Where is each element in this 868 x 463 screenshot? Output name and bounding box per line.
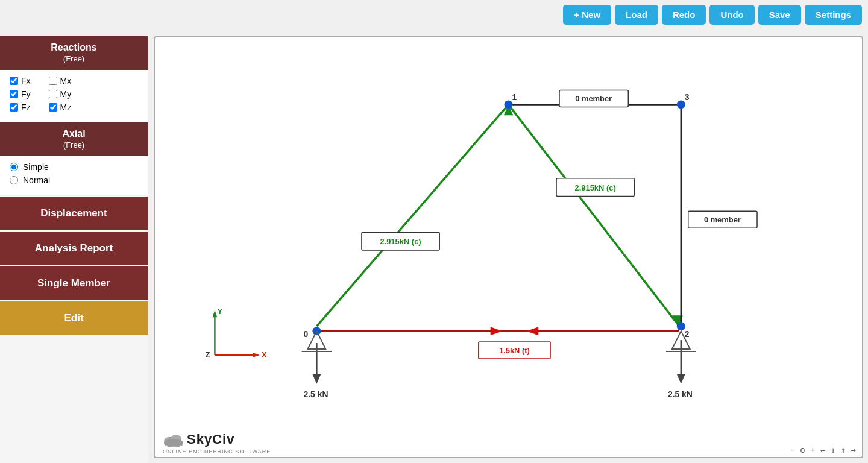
reactions-title: Reactions: [51, 42, 96, 52]
radio-simple[interactable]: [10, 163, 18, 171]
axial-header: Axial (Free): [0, 122, 148, 156]
truss-diagram: Y X Z 0 1: [155, 37, 862, 457]
force-label-12: 2.915kN (c): [575, 183, 616, 192]
label-node-3: 3: [685, 92, 690, 102]
settings-button[interactable]: Settings: [805, 5, 862, 25]
checkbox-fy[interactable]: [10, 90, 18, 98]
checkbox-fz-label[interactable]: Fz: [10, 102, 31, 112]
checkbox-my[interactable]: [49, 90, 57, 98]
checkbox-fz[interactable]: [10, 103, 18, 112]
checkbox-mx-text: Mx: [60, 76, 72, 86]
displacement-button[interactable]: Displacement: [0, 197, 148, 230]
load-button[interactable]: Load: [615, 5, 658, 25]
node-2: [677, 322, 685, 330]
checkbox-fx-text: Fx: [21, 76, 31, 86]
svg-text:Z: Z: [206, 350, 210, 359]
label-node-0: 0: [304, 329, 309, 339]
analysis-report-button[interactable]: Analysis Report: [0, 232, 148, 265]
toolbar: + New Load Redo Undo Save Settings: [563, 5, 862, 25]
reactions-checkboxes: Fx Mx Fy My Fz Mz: [0, 70, 148, 122]
svg-point-13: [165, 439, 183, 446]
force-label-02: 1.5kN (t): [499, 346, 530, 355]
axial-radio-group: Simple Normal: [0, 156, 148, 195]
skyciv-logo-text: SkyCiv: [163, 431, 234, 448]
member-1-2: [509, 104, 679, 326]
label-node-2: 2: [685, 329, 690, 339]
checkbox-fy-text: Fy: [21, 89, 31, 99]
skyciv-sub: ONLINE ENGINEERING SOFTWARE: [163, 449, 271, 455]
zoom-controls-text: - o + ← ↓ ↑ →: [790, 445, 856, 455]
radio-normal-row: Normal: [10, 175, 138, 185]
load-arrow-2-head: [677, 374, 685, 384]
checkbox-mx[interactable]: [49, 77, 57, 85]
checkbox-row-2: Fy My: [10, 89, 138, 99]
checkbox-fx[interactable]: [10, 77, 18, 85]
zoom-controls[interactable]: - o + ← ↓ ↑ →: [790, 445, 856, 455]
svg-text:Y: Y: [217, 307, 222, 316]
force-label-13: 0 member: [575, 94, 612, 103]
force-label-01: 2.915kN (c): [380, 237, 421, 246]
single-member-button[interactable]: Single Member: [0, 266, 148, 300]
load-value-2: 2.5 kN: [668, 389, 693, 399]
checkbox-my-label[interactable]: My: [49, 89, 72, 99]
svg-marker-4: [253, 353, 260, 357]
checkbox-row-3: Fz Mz: [10, 102, 138, 112]
svg-text:X: X: [262, 350, 267, 359]
redo-button[interactable]: Redo: [662, 5, 706, 25]
undo-button[interactable]: Undo: [709, 5, 754, 25]
axis-indicator: Y X Z: [206, 307, 267, 359]
checkbox-mz[interactable]: [49, 103, 57, 112]
arrow-h-left: [526, 327, 538, 335]
checkbox-fx-label[interactable]: Fx: [10, 76, 31, 86]
radio-normal[interactable]: [10, 176, 18, 184]
skyciv-logo: SkyCiv ONLINE ENGINEERING SOFTWARE: [163, 431, 271, 455]
svg-marker-1: [212, 310, 217, 317]
skyciv-name: SkyCiv: [187, 432, 234, 447]
node-3: [677, 100, 685, 109]
load-arrow-0-head: [312, 374, 321, 384]
force-label-23: 0 member: [704, 215, 741, 224]
checkbox-my-text: My: [60, 89, 72, 99]
sidebar: Reactions (Free) Fx Mx Fy My: [0, 36, 148, 463]
canvas-area[interactable]: Y X Z 0 1: [154, 36, 863, 458]
checkbox-row-1: Fx Mx: [10, 76, 138, 86]
checkbox-fy-label[interactable]: Fy: [10, 89, 31, 99]
load-value-0: 2.5 kN: [304, 389, 329, 399]
reactions-sub: (Free): [63, 54, 84, 63]
checkbox-mz-text: Mz: [60, 102, 72, 112]
new-button[interactable]: + New: [563, 5, 611, 25]
save-button[interactable]: Save: [758, 5, 801, 25]
axial-sub: (Free): [63, 140, 84, 150]
checkbox-mz-label[interactable]: Mz: [49, 102, 72, 112]
radio-simple-row: Simple: [10, 162, 138, 172]
reactions-header: Reactions (Free): [0, 36, 148, 70]
label-node-1: 1: [512, 92, 517, 102]
axial-title: Axial: [62, 128, 85, 139]
radio-normal-label: Normal: [23, 175, 50, 185]
arrow-h-right: [491, 327, 503, 335]
edit-button[interactable]: Edit: [0, 301, 148, 335]
node-1: [505, 100, 513, 109]
member-0-1: [316, 104, 508, 326]
checkbox-mx-label[interactable]: Mx: [49, 76, 72, 86]
checkbox-fz-text: Fz: [21, 102, 31, 112]
cloud-icon: [163, 431, 184, 448]
radio-simple-label: Simple: [23, 162, 49, 172]
